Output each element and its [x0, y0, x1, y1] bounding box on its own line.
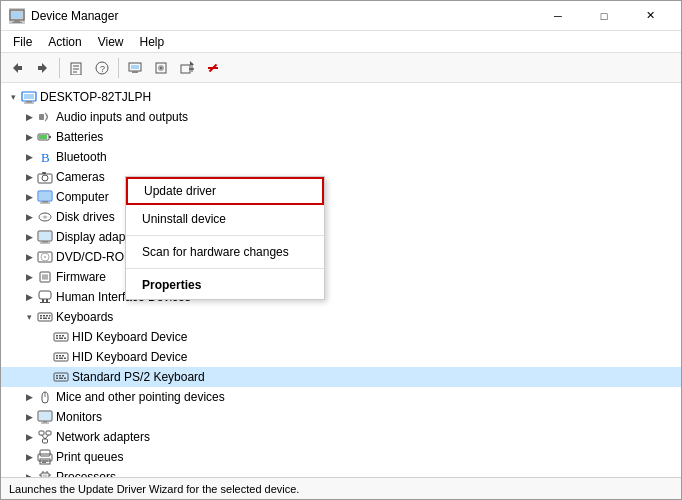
svg-rect-53: [42, 274, 48, 280]
svg-rect-83: [56, 375, 58, 377]
disk-expander[interactable]: ▶: [21, 209, 37, 225]
list-item[interactable]: ▶ Firmware: [1, 267, 681, 287]
toolbar-driver[interactable]: [149, 56, 173, 80]
computer-label: Computer: [56, 190, 109, 204]
svg-rect-60: [38, 313, 52, 321]
status-text: Launches the Update Driver Wizard for th…: [9, 483, 299, 495]
svg-rect-48: [40, 243, 50, 244]
context-menu-separator: [126, 235, 324, 236]
menu-action[interactable]: Action: [40, 33, 89, 51]
svg-rect-85: [62, 375, 64, 377]
cameras-expander[interactable]: ▶: [21, 169, 37, 185]
toolbar-add[interactable]: [175, 56, 199, 80]
svg-line-98: [45, 435, 49, 439]
svg-rect-41: [40, 203, 50, 204]
svg-rect-75: [54, 353, 68, 361]
svg-rect-33: [39, 135, 47, 139]
svg-rect-32: [49, 136, 51, 138]
root-expander[interactable]: ▾: [5, 89, 21, 105]
toolbar-properties[interactable]: [64, 56, 88, 80]
toolbar-forward[interactable]: [31, 56, 55, 80]
keyboards-label: Keyboards: [56, 310, 113, 324]
list-item[interactable]: ▶ Standard PS/2 Keyboard: [1, 367, 681, 387]
toolbar-scan[interactable]: [123, 56, 147, 80]
firmware-expander[interactable]: ▶: [21, 269, 37, 285]
bluetooth-expander[interactable]: ▶: [21, 149, 37, 165]
tree-root[interactable]: ▾ DESKTOP-82TJLPH: [1, 87, 681, 107]
maximize-button[interactable]: □: [581, 1, 627, 31]
list-item[interactable]: ▶ HID Keyboard Device: [1, 347, 681, 367]
mice-label: Mice and other pointing devices: [56, 390, 225, 404]
dvd-expander[interactable]: ▶: [21, 249, 37, 265]
minimize-button[interactable]: ─: [535, 1, 581, 31]
ctx-properties[interactable]: Properties: [126, 271, 324, 299]
menu-help[interactable]: Help: [132, 33, 173, 51]
device-tree[interactable]: ▾ DESKTOP-82TJLPH ▶: [1, 83, 681, 477]
list-item[interactable]: ▶ Computer: [1, 187, 681, 207]
svg-rect-27: [24, 94, 34, 99]
audio-expander[interactable]: ▶: [21, 109, 37, 125]
svg-rect-67: [48, 318, 50, 320]
window-controls: ─ □ ✕: [535, 1, 673, 31]
menu-view[interactable]: View: [90, 33, 132, 51]
svg-rect-88: [64, 378, 66, 380]
list-item[interactable]: ▶ Monitors: [1, 407, 681, 427]
ctx-update-driver[interactable]: Update driver: [126, 177, 324, 205]
toolbar-remove[interactable]: [201, 56, 225, 80]
root-label: DESKTOP-82TJLPH: [40, 90, 151, 104]
batteries-expander[interactable]: ▶: [21, 129, 37, 145]
dvd-icon: [37, 249, 53, 265]
list-item[interactable]: ▶ Display adapters: [1, 227, 681, 247]
list-item[interactable]: ▶ Batteries: [1, 127, 681, 147]
list-item[interactable]: ▶ Network adapters: [1, 427, 681, 447]
monitors-expander[interactable]: ▶: [21, 409, 37, 425]
list-item[interactable]: ▶ DVD/CD-ROM drives: [1, 247, 681, 267]
ctx-uninstall-device[interactable]: Uninstall device: [126, 205, 324, 233]
list-item[interactable]: ▶ B Bluetooth: [1, 147, 681, 167]
list-item[interactable]: ▶ Cameras: [1, 167, 681, 187]
hid-expander[interactable]: ▶: [21, 289, 37, 305]
svg-rect-56: [39, 291, 51, 299]
list-item[interactable]: ▶ Processors: [1, 467, 681, 477]
ctx-scan-hardware[interactable]: Scan for hardware changes: [126, 238, 324, 266]
svg-rect-47: [42, 241, 48, 243]
svg-rect-59: [40, 302, 50, 303]
list-item[interactable]: ▶ Disk drives: [1, 207, 681, 227]
mice-expander[interactable]: ▶: [21, 389, 37, 405]
keyboard-device-icon: [53, 329, 69, 345]
batteries-label: Batteries: [56, 130, 103, 144]
svg-text:B: B: [41, 150, 50, 165]
svg-rect-3: [12, 22, 22, 23]
cameras-label: Cameras: [56, 170, 105, 184]
keyboards-expander[interactable]: ▾: [21, 309, 37, 325]
close-button[interactable]: ✕: [627, 1, 673, 31]
monitor-icon: [37, 409, 53, 425]
svg-rect-28: [26, 101, 32, 103]
list-item[interactable]: ▶ Audio inputs and outputs: [1, 107, 681, 127]
list-item[interactable]: ▾ Keyboards: [1, 307, 681, 327]
list-item[interactable]: ▶ Mice and other pointing devices: [1, 387, 681, 407]
computer-expander[interactable]: ▶: [21, 189, 37, 205]
menu-file[interactable]: File: [5, 33, 40, 51]
svg-point-51: [44, 256, 46, 258]
bluetooth-icon: B: [37, 149, 53, 165]
toolbar-back[interactable]: [5, 56, 29, 80]
svg-rect-86: [56, 378, 58, 380]
print-expander[interactable]: ▶: [21, 449, 37, 465]
toolbar-help[interactable]: ?: [90, 56, 114, 80]
svg-rect-7: [38, 66, 42, 70]
display-expander[interactable]: ▶: [21, 229, 37, 245]
svg-rect-72: [56, 338, 58, 340]
processors-expander[interactable]: ▶: [21, 469, 37, 477]
list-item[interactable]: ▶ Human Interface Devices: [1, 287, 681, 307]
list-item[interactable]: ▶ HID Keyboard Device: [1, 327, 681, 347]
monitors-label: Monitors: [56, 410, 102, 424]
content-area: ▾ DESKTOP-82TJLPH ▶: [1, 83, 681, 477]
firmware-icon: [37, 269, 53, 285]
network-expander[interactable]: ▶: [21, 429, 37, 445]
context-menu-separator-2: [126, 268, 324, 269]
svg-rect-92: [43, 421, 47, 423]
list-item[interactable]: ▶ Print queues: [1, 447, 681, 467]
svg-rect-30: [39, 114, 44, 120]
svg-text:?: ?: [100, 64, 105, 74]
